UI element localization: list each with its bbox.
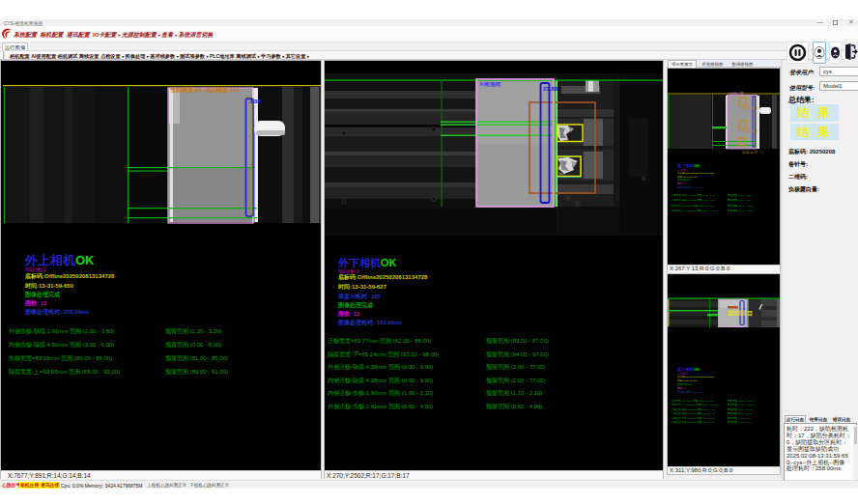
- svg-text:3.88: 3.88: [249, 98, 261, 104]
- svg-text:AI检测框: AI检测框: [479, 81, 501, 88]
- svg-text:23.88: 23.88: [543, 86, 558, 92]
- svg-text:当前阈值:93, 动态阈值:100: 当前阈值:93, 动态阈值:100: [170, 86, 241, 94]
